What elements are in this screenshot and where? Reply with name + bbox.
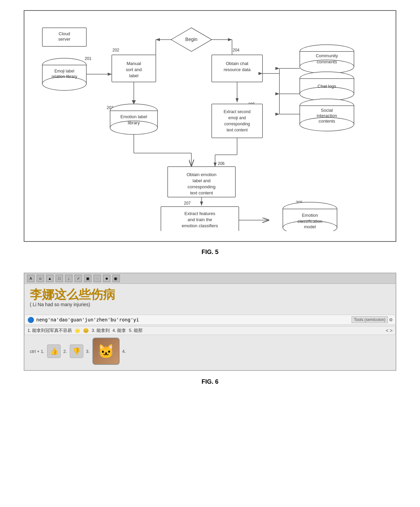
svg-text:and train the: and train the (188, 217, 212, 222)
emoji-row: ctrl + 1. 👍 2. 👎 3. 🐱 4. (24, 335, 396, 370)
candidate-3[interactable]: 3. 能拿到 (91, 328, 109, 334)
fig5-container: Cloud server 201 Emoji label relation li… (24, 10, 396, 242)
toolbar-icon-grid2[interactable]: ▣· (112, 275, 120, 282)
svg-text:comments: comments (317, 59, 337, 64)
svg-text:204: 204 (233, 48, 239, 52)
candidate-nav[interactable]: < > (386, 328, 393, 333)
candidate-emoji: 🌟 (75, 328, 80, 333)
svg-text:Extract second: Extract second (224, 109, 250, 114)
svg-text:202: 202 (112, 48, 119, 52)
svg-text:206: 206 (218, 161, 225, 166)
svg-text:label and: label and (193, 178, 211, 183)
toolbar-icon-alert[interactable]: ▲ (46, 275, 54, 282)
svg-point-6 (42, 77, 86, 90)
emoji-thumb-1[interactable]: 👍 (47, 344, 61, 358)
svg-point-42 (300, 87, 354, 101)
svg-text:classification: classification (297, 219, 322, 224)
svg-text:contents: contents (318, 119, 335, 124)
emoji-num-3: 3. (86, 349, 90, 354)
svg-text:label: label (129, 73, 139, 78)
svg-text:server: server (58, 37, 71, 42)
toolbar-icon-dot[interactable]: · (93, 275, 101, 282)
svg-text:Obtain chat: Obtain chat (226, 61, 249, 66)
svg-text:emoji and: emoji and (228, 115, 246, 120)
svg-text:Cloud: Cloud (59, 31, 70, 36)
candidate-4[interactable]: 4. 能拿 (112, 328, 126, 334)
ctrl-label: ctrl + 1. (30, 349, 44, 354)
input-text: neng'na'dao'guan'jun'zhen'bu'rong'yi (36, 317, 352, 322)
candidate-emoji2: 😊 (83, 328, 89, 333)
toolbar-icon-grid[interactable]: ▣ (84, 275, 91, 282)
tools-label[interactable]: Tools (semicolon) (352, 316, 388, 323)
fig6-content: 李娜这么些伤病 ( Li Na had so many injuries) (24, 284, 396, 313)
svg-text:207: 207 (184, 201, 191, 206)
fig6-container: A ☺ ▲ □ ↓ ✓ ▣ · ■ ▣· 李娜这么些伤病 ( Li Na had… (24, 273, 396, 371)
svg-text:sort and: sort and (126, 67, 142, 72)
input-bar[interactable]: 🔵 neng'na'dao'guan'jun'zhen'bu'rong'yi T… (24, 315, 396, 325)
fig6-toolbar: A ☺ ▲ □ ↓ ✓ ▣ · ■ ▣· (24, 273, 396, 284)
toolbar-icon-square[interactable]: ■ (103, 275, 110, 282)
svg-text:Community: Community (316, 53, 338, 58)
svg-text:Social: Social (321, 108, 333, 113)
toolbar-icon-emoji[interactable]: ☺ (37, 275, 44, 282)
chinese-title: 李娜这么些伤病 (30, 287, 390, 302)
svg-text:Begin: Begin (185, 37, 197, 42)
svg-text:library: library (128, 120, 140, 125)
svg-text:Chat logs: Chat logs (318, 84, 336, 89)
svg-text:resource data: resource data (224, 67, 251, 72)
svg-text:relation library: relation library (51, 74, 77, 79)
svg-rect-58 (212, 104, 262, 138)
svg-text:Extract features: Extract features (184, 211, 215, 216)
english-subtitle: ( Li Na had so many injuries) (30, 302, 390, 307)
fig6-label: FIG. 6 (202, 378, 218, 385)
svg-text:Emotion: Emotion (302, 213, 318, 218)
emoji-num-2: 2. (63, 349, 67, 354)
toolbar-icon-A[interactable]: A (27, 275, 35, 282)
svg-text:text content: text content (227, 128, 248, 132)
input-icon: 🔵 (27, 317, 34, 323)
svg-text:Manual: Manual (127, 61, 141, 66)
svg-text:Emotion label: Emotion label (121, 114, 147, 119)
toolbar-icon-mic[interactable]: ↓ (65, 275, 72, 282)
svg-text:interaction: interaction (317, 113, 337, 118)
candidates-bar: 1. 能拿到冠军真不容易 🌟 😊 3. 能拿到 4. 能拿 5. 能那 < > (24, 326, 396, 335)
fig5-label: FIG. 5 (202, 249, 218, 256)
emoji-thumb-2[interactable]: 👎 (70, 344, 83, 358)
candidate-5[interactable]: 5. 能那 (129, 328, 142, 334)
emoji-cat[interactable]: 🐱 (92, 338, 120, 365)
toolbar-icon-check[interactable]: ✓ (75, 275, 82, 282)
fig5-diagram: Cloud server 201 Emoji label relation li… (32, 21, 388, 231)
svg-text:Obtain emotion: Obtain emotion (187, 172, 216, 177)
tools-icon: ⊙ (389, 317, 393, 322)
svg-text:text content: text content (190, 190, 213, 195)
svg-text:corresponding: corresponding (224, 122, 250, 126)
svg-text:Emoji label: Emoji label (55, 69, 75, 73)
toolbar-icon-box[interactable]: □ (56, 275, 63, 282)
svg-text:model: model (304, 224, 316, 229)
candidate-1[interactable]: 1. 能拿到冠军真不容易 (27, 328, 72, 334)
svg-text:emotion classifiers: emotion classifiers (182, 223, 218, 228)
svg-text:corresponding: corresponding (188, 184, 215, 189)
emoji-num-4: 4. (122, 349, 126, 354)
svg-text:201: 201 (85, 56, 91, 61)
